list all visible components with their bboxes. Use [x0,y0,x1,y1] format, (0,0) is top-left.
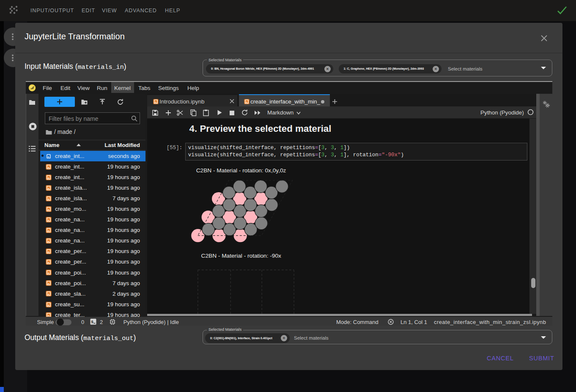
svg-text:$: $ [91,320,93,324]
